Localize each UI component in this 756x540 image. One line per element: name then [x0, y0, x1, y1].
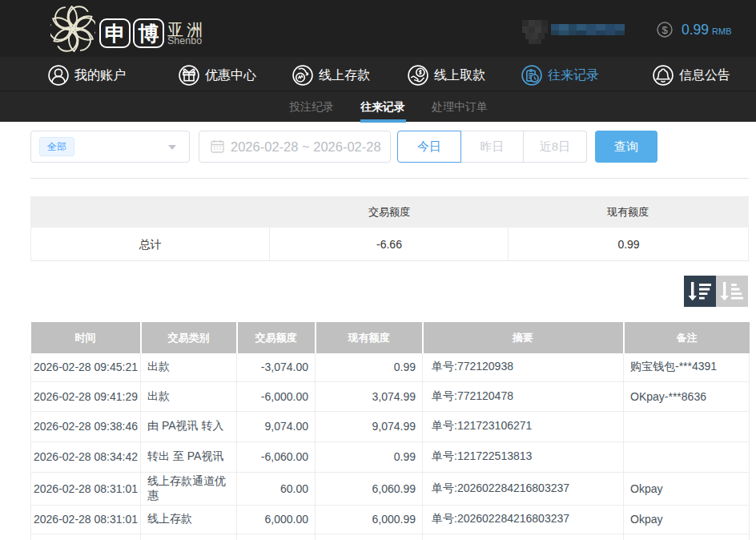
svg-text:$: $	[662, 24, 668, 36]
